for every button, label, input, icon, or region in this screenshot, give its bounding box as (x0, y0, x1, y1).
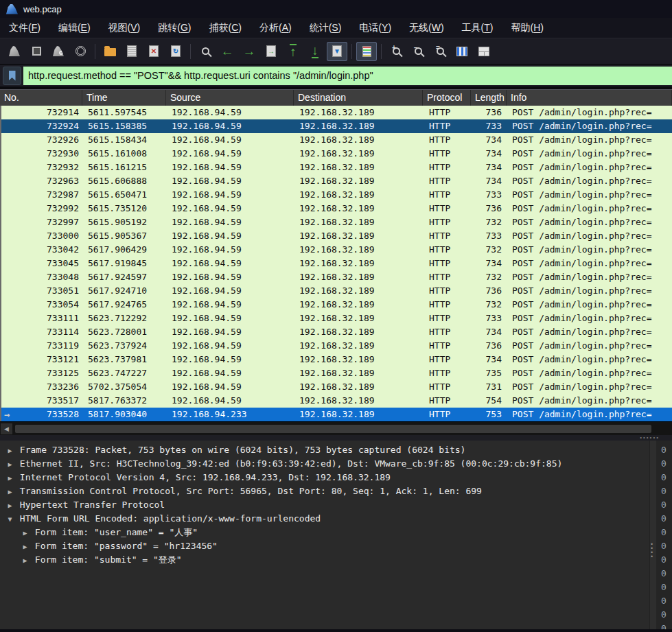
pane-splitter[interactable]: •••••• (0, 435, 672, 441)
menu-item[interactable]: 工具(T) (453, 19, 502, 37)
menu-item[interactable]: 文件(F) (0, 19, 49, 37)
zoom-out-icon[interactable]: − (408, 42, 428, 61)
column-header-time[interactable]: Time (82, 90, 166, 106)
packet-row[interactable]: 7332365702.375054192.168.94.59192.168.32… (1, 380, 672, 394)
packet-list-hscrollbar[interactable]: ◀ (0, 421, 672, 435)
save-file-icon[interactable] (121, 42, 142, 61)
close-file-icon[interactable]: ✕ (143, 42, 164, 61)
auto-scroll-icon[interactable]: ▼ (327, 42, 347, 61)
expanded-arrow-icon[interactable]: ▼ (5, 513, 14, 526)
collapsed-arrow-icon[interactable]: ▶ (5, 485, 14, 498)
menu-item[interactable]: 捕获(C) (200, 19, 251, 37)
resize-columns-icon[interactable] (452, 42, 472, 61)
packet-detail-pane[interactable]: ▶ Frame 733528: Packet, 753 bytes on wir… (0, 441, 649, 629)
wireshark-logo-icon (6, 4, 18, 14)
menu-item[interactable]: 无线(W) (400, 19, 453, 37)
hscroll-thumb[interactable] (15, 425, 651, 433)
menu-item[interactable]: 统计(S) (301, 19, 351, 37)
collapsed-arrow-icon[interactable]: ▶ (5, 458, 14, 471)
detail-tree-row[interactable]: ▼ HTML Form URL Encoded: application/x-w… (0, 512, 649, 526)
bytes-offset-char: 0 (661, 539, 672, 553)
column-header-info[interactable]: Info (507, 90, 672, 106)
column-header-destination[interactable]: Destination (294, 90, 423, 106)
layout-columns-icon[interactable] (474, 42, 494, 61)
hscroll-left-arrow-icon[interactable]: ◀ (1, 423, 12, 434)
packet-row[interactable]: 733528→5817.903040192.168.94.233192.168.… (1, 408, 672, 421)
vscroll-handle-icon[interactable]: •••• (651, 542, 653, 559)
detail-tree-row[interactable]: ▶ Ethernet II, Src: H3CTechnolog_39:42:e… (0, 457, 649, 471)
cell-dst: 192.168.32.189 (295, 215, 424, 229)
cell-len: 734 (472, 353, 508, 366)
find-packet-icon[interactable] (195, 42, 216, 61)
packet-row[interactable]: 7335175817.763372192.168.94.59192.168.32… (1, 394, 672, 408)
packet-row[interactable]: 7329925615.735120192.168.94.59192.168.32… (1, 202, 672, 215)
colorize-icon[interactable] (356, 42, 377, 61)
go-forward-icon[interactable]: → (239, 42, 259, 61)
cell-src: 192.168.94.59 (167, 188, 295, 202)
packet-row[interactable]: 7331145623.728001192.168.94.59192.168.32… (1, 325, 672, 339)
packet-row[interactable]: 7330005615.905367192.168.94.59192.168.32… (1, 229, 672, 243)
detail-vscrollbar[interactable]: •••• (649, 441, 656, 629)
go-first-packet-icon[interactable]: ↑ (283, 42, 303, 61)
cell-proto: HTTP (424, 106, 472, 119)
collapsed-arrow-icon[interactable]: ▶ (21, 540, 30, 553)
collapsed-arrow-icon[interactable]: ▶ (5, 471, 14, 484)
column-header-length[interactable]: Length (471, 90, 507, 106)
packet-row[interactable]: 7329305615.161008192.168.94.59192.168.32… (1, 147, 672, 161)
detail-tree-row[interactable]: ▶ Form item: "submit" = "登录" (0, 553, 649, 567)
packet-row[interactable]: 7330515617.924710192.168.94.59192.168.32… (1, 284, 672, 298)
packet-bytes-pane[interactable]: 00000000000000 (656, 441, 672, 629)
detail-tree-row[interactable]: ▶ Hypertext Transfer Protocol (0, 498, 649, 512)
open-file-icon[interactable] (100, 42, 120, 61)
packet-row[interactable]: 7329975615.905192192.168.94.59192.168.32… (1, 215, 672, 229)
stop-capture-icon[interactable] (26, 42, 47, 61)
display-filter-input[interactable]: http.request.method == "POST"&& http.req… (23, 67, 672, 85)
column-header-no[interactable]: No. (0, 90, 82, 106)
cell-time: 5617.919845 (84, 257, 167, 270)
column-header-source[interactable]: Source (166, 90, 294, 106)
packet-row[interactable]: 7331255623.747227192.168.94.59192.168.32… (1, 366, 672, 380)
packet-row[interactable]: 7329245615.158385192.168.94.59192.168.32… (1, 119, 672, 133)
collapsed-arrow-icon[interactable]: ▶ (5, 444, 14, 457)
menu-item[interactable]: 跳转(G) (149, 19, 200, 37)
packet-row[interactable]: 7331195623.737924192.168.94.59192.168.32… (1, 339, 672, 353)
cell-info: POST /admin/login.php?rec= (508, 380, 672, 394)
packet-row[interactable]: 7329145611.597545192.168.94.59192.168.32… (1, 106, 672, 119)
menu-item[interactable]: 电话(Y) (350, 19, 400, 37)
splitter-handle-icon[interactable]: •••••• (640, 437, 660, 438)
detail-tree-row[interactable]: ▶ Internet Protocol Version 4, Src: 192.… (0, 471, 649, 484)
packet-row[interactable]: 7330455617.919845192.168.94.59192.168.32… (1, 257, 672, 270)
packet-row[interactable]: 7331215623.737981192.168.94.59192.168.32… (1, 353, 672, 366)
packet-row[interactable]: 7329265615.158434192.168.94.59192.168.32… (1, 133, 672, 147)
detail-tree-row[interactable]: ▶ Frame 733528: Packet, 753 bytes on wir… (0, 443, 649, 457)
restart-capture-icon[interactable] (48, 42, 69, 61)
zoom-in-icon[interactable]: + (386, 42, 406, 61)
menu-item[interactable]: 帮助(H) (502, 19, 553, 37)
menu-item[interactable]: 分析(A) (251, 19, 301, 37)
menu-item[interactable]: 编辑(E) (49, 19, 100, 37)
capture-options-icon[interactable] (70, 42, 91, 61)
reload-file-icon[interactable]: ↻ (165, 42, 186, 61)
packet-row[interactable]: 7329875615.650471192.168.94.59192.168.32… (1, 188, 672, 202)
go-last-packet-icon[interactable]: ↓ (305, 42, 325, 61)
packet-row[interactable]: 7329325615.161215192.168.94.59192.168.32… (1, 161, 672, 174)
column-header-protocol[interactable]: Protocol (423, 90, 471, 106)
cell-dst: 192.168.32.189 (295, 243, 424, 257)
go-to-packet-icon[interactable]: → (261, 42, 281, 61)
packet-row[interactable]: 7330485617.924597192.168.94.59192.168.32… (1, 270, 672, 284)
detail-tree-row[interactable]: ▶ Form item: "password" = "hr123456" (0, 539, 649, 553)
collapsed-arrow-icon[interactable]: ▶ (21, 526, 30, 539)
filter-bookmark-button[interactable] (3, 67, 21, 85)
detail-tree-row[interactable]: ▶ Form item: "user_name" = "人事" (0, 526, 649, 539)
collapsed-arrow-icon[interactable]: ▶ (21, 554, 30, 567)
start-capture-icon[interactable] (4, 42, 25, 61)
packet-row[interactable]: 7329635615.606888192.168.94.59192.168.32… (1, 174, 672, 188)
zoom-reset-icon[interactable]: = (430, 42, 450, 61)
packet-row[interactable]: 7330545617.924765192.168.94.59192.168.32… (1, 298, 672, 312)
packet-row[interactable]: 7331115623.712292192.168.94.59192.168.32… (1, 312, 672, 325)
go-back-icon[interactable]: ← (217, 42, 237, 61)
packet-row[interactable]: 7330425617.906429192.168.94.59192.168.32… (1, 243, 672, 257)
menu-item[interactable]: 视图(V) (100, 19, 150, 37)
detail-tree-row[interactable]: ▶ Transmission Control Protocol, Src Por… (0, 484, 649, 498)
collapsed-arrow-icon[interactable]: ▶ (5, 499, 14, 512)
